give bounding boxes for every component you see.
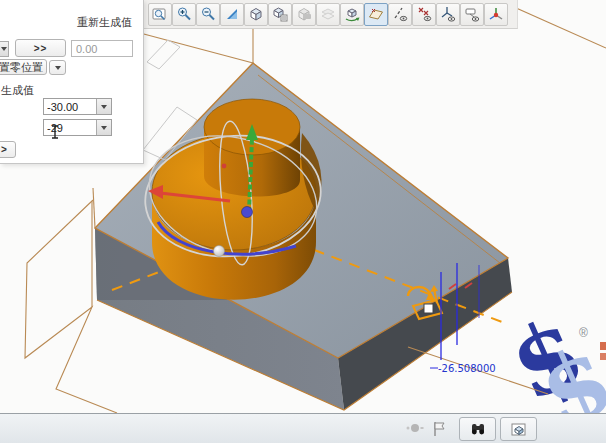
spin-center-toggle[interactable] — [484, 3, 508, 26]
model-window-icon — [510, 421, 528, 437]
plane-display-icon — [367, 5, 385, 23]
text-cursor — [49, 123, 61, 141]
vendor-watermark-logo: $ $ ® — [494, 294, 606, 413]
axis-display-icon — [391, 5, 409, 23]
view-manager-button[interactable] — [268, 3, 292, 26]
constraint-combo-partial[interactable] — [0, 41, 9, 57]
dragger-bottom-sphere[interactable] — [214, 246, 225, 257]
csys-display-icon — [439, 5, 457, 23]
csys-display-toggle[interactable] — [436, 3, 460, 26]
record-indicator-icon — [404, 420, 424, 436]
refit-view-icon — [151, 5, 169, 23]
dragger-center-sphere[interactable] — [242, 207, 253, 218]
repaint-button[interactable] — [220, 3, 244, 26]
view-toolbar — [144, 0, 518, 29]
zoom-out-icon — [199, 5, 217, 23]
model-window-button[interactable] — [500, 417, 537, 441]
drag-handle-square[interactable] — [424, 304, 433, 313]
repaint-icon — [223, 5, 241, 23]
perspective-spin-button[interactable] — [340, 3, 364, 26]
chevron-down-icon — [101, 105, 107, 109]
chevron-down-icon — [55, 66, 61, 70]
plane-display-toggle[interactable] — [364, 3, 388, 26]
display-style-button — [292, 3, 316, 26]
view-manager-icon — [271, 5, 289, 23]
chevron-down-icon — [101, 126, 107, 130]
point-display-icon — [415, 5, 433, 23]
zoom-in-icon — [175, 5, 193, 23]
named-view-list-icon — [247, 5, 265, 23]
component-cylinder[interactable] — [152, 99, 322, 300]
collapse-button[interactable]: > — [0, 141, 16, 158]
value-input-1[interactable] — [44, 99, 96, 114]
offset-value-field[interactable] — [71, 40, 133, 57]
named-view-list-button[interactable] — [244, 3, 268, 26]
placement-dashboard-panel: 重新生成值 >> 置零位置 生成值 > — [0, 0, 144, 164]
value-combo-1 — [43, 98, 112, 115]
clipped-logo-text — [600, 353, 606, 360]
zoom-in-button[interactable] — [172, 3, 196, 26]
axis-display-toggle[interactable] — [388, 3, 412, 26]
layer-display-button — [316, 3, 340, 26]
dimension-value[interactable]: -26.508000 — [438, 363, 496, 374]
flag-icon[interactable] — [431, 420, 447, 438]
zero-position-dropdown[interactable] — [49, 60, 66, 75]
annotation-display-toggle[interactable] — [460, 3, 484, 26]
refit-view-button[interactable] — [148, 3, 172, 26]
spin-center-icon — [487, 5, 505, 23]
status-bar — [0, 413, 606, 443]
binoculars-icon — [469, 421, 487, 437]
value-combo-1-arrow[interactable] — [96, 99, 111, 114]
point-display-toggle[interactable] — [412, 3, 436, 26]
value-combo-2-arrow[interactable] — [96, 120, 111, 135]
clipped-logo-text — [600, 342, 606, 350]
zero-position-button[interactable]: 置零位置 — [0, 59, 47, 75]
panel-title: 重新生成值 — [77, 15, 132, 30]
registered-mark: ® — [579, 326, 588, 340]
search-button[interactable] — [459, 417, 496, 441]
perspective-spin-icon — [343, 5, 361, 23]
cad-application-window: $ $ ® — [0, 0, 606, 443]
annotation-display-icon — [463, 5, 481, 23]
zoom-out-button[interactable] — [196, 3, 220, 26]
display-style-icon — [295, 5, 313, 23]
chevron-down-icon — [1, 47, 7, 51]
expand-button[interactable]: >> — [15, 39, 66, 57]
layer-display-icon — [319, 5, 337, 23]
regenerate-section-label: 生成值 — [1, 83, 34, 98]
